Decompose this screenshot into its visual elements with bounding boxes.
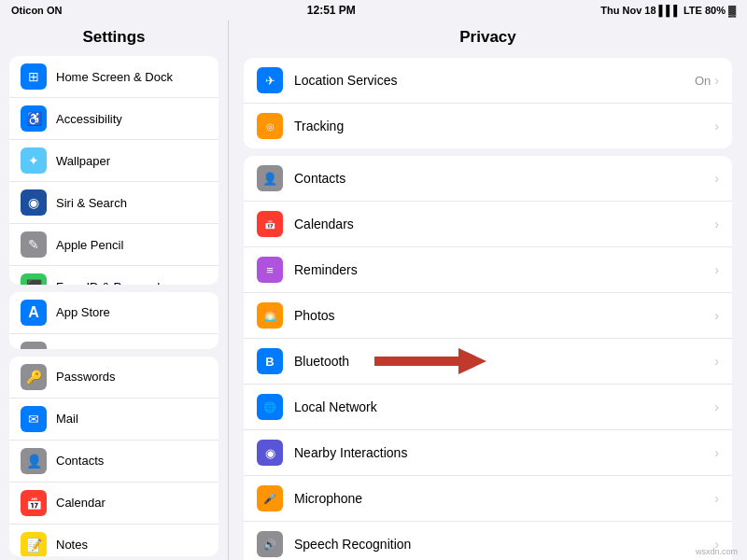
content-scroll: ✈ Location Services On › ◎ Tracking › 👤 … (229, 52, 747, 560)
content-item-label: Photos (294, 308, 714, 323)
wallpaper-icon: ✦ (21, 147, 47, 174)
content-item-label: Microphone (294, 491, 714, 506)
chevron-icon: › (714, 119, 719, 133)
sidebar-item-label: Siri & Search (56, 196, 127, 210)
calendars-icon: 📅 (257, 211, 283, 237)
sidebar-item-label: Accessibility (56, 112, 122, 126)
content-item-contacts[interactable]: 👤 Contacts › (244, 156, 732, 202)
sidebar-item-label: Notes (56, 538, 88, 552)
content-item-bluetooth[interactable]: B Bluetooth › (244, 339, 732, 385)
content-item-nearby[interactable]: ◉ Nearby Interactions › (244, 430, 732, 476)
bluetooth-icon: B (257, 348, 283, 374)
content-item-label: Speech Recognition (294, 537, 714, 552)
signal-icon: ▌▌▌ (659, 5, 681, 16)
date-label: Thu Nov 18 (600, 5, 655, 16)
sidebar-item-home-screen[interactable]: ⊞ Home Screen & Dock (9, 56, 218, 98)
sidebar-item-faceid[interactable]: ⬛ Face ID & Passcode (9, 266, 218, 285)
content-group-permissions: 👤 Contacts › 📅 Calendars › ≡ Reminders ›… (244, 156, 732, 560)
speech-icon: 🔊 (257, 531, 283, 557)
passwords-icon: 🔑 (21, 364, 47, 390)
tracking-icon: ◎ (257, 113, 283, 139)
chevron-icon: › (714, 171, 719, 186)
contacts-sidebar-icon: 👤 (21, 448, 47, 474)
sidebar-item-pencil[interactable]: ✎ Apple Pencil (9, 224, 218, 266)
content-group-location: ✈ Location Services On › ◎ Tracking › (244, 58, 732, 148)
home-screen-icon: ⊞ (21, 63, 47, 90)
content-item-microphone[interactable]: 🎤 Microphone › (244, 476, 732, 522)
sidebar-item-label: Mail (56, 412, 78, 426)
sidebar-item-notes[interactable]: 📝 Notes (9, 525, 218, 556)
pencil-icon: ✎ (21, 231, 47, 258)
sidebar-item-calendar[interactable]: 📅 Calendar (9, 483, 218, 525)
sidebar-title: Settings (0, 21, 228, 52)
sidebar-item-contacts[interactable]: 👤 Contacts (9, 441, 218, 483)
siri-icon: ◉ (21, 189, 47, 216)
time-label: 12:51 PM (307, 4, 356, 17)
content-item-label: Contacts (294, 171, 714, 186)
sidebar-item-label: Calendar (56, 496, 106, 510)
watermark: wsxdn.com (696, 547, 738, 556)
faceid-icon: ⬛ (21, 273, 47, 285)
content-item-location[interactable]: ✈ Location Services On › (244, 58, 732, 104)
content-item-label: Tracking (294, 119, 714, 133)
content-item-label: Reminders (294, 262, 714, 277)
sidebar-item-label: Face ID & Passcode (56, 280, 167, 285)
nearby-icon: ◉ (257, 440, 283, 466)
chevron-icon: › (714, 217, 719, 231)
contacts-icon: 👤 (257, 165, 283, 191)
chevron-icon: › (714, 73, 719, 88)
accessibility-icon: ♿ (21, 105, 47, 132)
notes-icon: 📝 (21, 532, 47, 556)
location-icon: ✈ (257, 67, 283, 93)
sidebar: Settings ⊞ Home Screen & Dock ♿ Accessib… (0, 21, 229, 560)
sidebar-item-label: App Store (56, 305, 110, 319)
chevron-icon: › (714, 491, 719, 506)
chevron-icon: › (714, 445, 719, 460)
sidebar-item-label: Wallpaper (56, 154, 110, 168)
sidebar-item-appstore[interactable]: A App Store (9, 292, 218, 334)
status-bar: Oticon ON 12:51 PM Thu Nov 18 ▌▌▌ LTE 80… (0, 0, 747, 21)
content-item-speech[interactable]: 🔊 Speech Recognition › (244, 522, 732, 560)
content-area: Privacy ✈ Location Services On › ◎ Track… (229, 21, 747, 560)
carrier-label: Oticon ON (11, 5, 62, 16)
sidebar-item-wallet[interactable]: ▣ Wallet & Apple Pay (9, 334, 218, 349)
content-item-label: Calendars (294, 217, 714, 231)
content-item-label: Local Network (294, 399, 714, 414)
battery-label: 80% (705, 5, 726, 16)
chevron-icon: › (714, 262, 719, 277)
content-item-reminders[interactable]: ≡ Reminders › (244, 247, 732, 293)
sidebar-item-accessibility[interactable]: ♿ Accessibility (9, 98, 218, 140)
sidebar-item-label: Passwords (56, 370, 116, 384)
sidebar-group-1: ⊞ Home Screen & Dock ♿ Accessibility ✦ W… (9, 56, 218, 285)
svg-marker-0 (374, 348, 486, 374)
photos-icon: 🌅 (257, 302, 283, 329)
sidebar-item-label: Apple Pencil (56, 238, 123, 252)
sidebar-item-passwords[interactable]: 🔑 Passwords (9, 357, 218, 399)
sidebar-item-label: Wallet & Apple Pay (56, 347, 159, 348)
content-item-tracking[interactable]: ◎ Tracking › (244, 104, 732, 148)
chevron-icon: › (714, 308, 719, 323)
content-item-value: On (695, 74, 711, 88)
calendar-sidebar-icon: 📅 (21, 490, 47, 516)
sidebar-group-3: 🔑 Passwords ✉ Mail 👤 Contacts 📅 Calendar… (9, 357, 218, 556)
sidebar-item-mail[interactable]: ✉ Mail (9, 399, 218, 441)
chevron-icon: › (714, 399, 719, 414)
sidebar-item-label: Home Screen & Dock (56, 70, 173, 84)
sidebar-item-siri[interactable]: ◉ Siri & Search (9, 182, 218, 224)
reminders-icon: ≡ (257, 257, 283, 283)
content-item-label: Nearby Interactions (294, 445, 714, 460)
mail-icon: ✉ (21, 406, 47, 432)
content-item-local-network[interactable]: 🌐 Local Network › (244, 385, 732, 430)
content-item-photos[interactable]: 🌅 Photos › (244, 293, 732, 339)
microphone-icon: 🎤 (257, 485, 283, 511)
arrow-annotation (374, 348, 486, 374)
chevron-icon: › (714, 354, 719, 369)
content-item-label: Location Services (294, 73, 695, 88)
wallet-icon: ▣ (21, 342, 47, 349)
sidebar-item-wallpaper[interactable]: ✦ Wallpaper (9, 140, 218, 182)
battery-icon: ▓ (728, 5, 736, 16)
local-network-icon: 🌐 (257, 394, 283, 420)
content-item-calendars[interactable]: 📅 Calendars › (244, 202, 732, 247)
sidebar-item-label: Contacts (56, 454, 104, 468)
content-title: Privacy (229, 21, 747, 52)
